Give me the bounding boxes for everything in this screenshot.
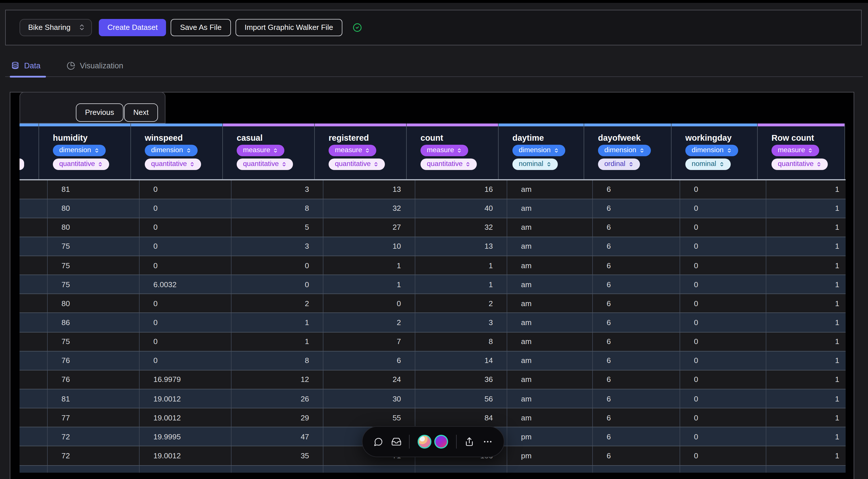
table-row: 7616.9979122436am601 [20,371,846,389]
clipped-semantic-pill [20,159,24,170]
dataset-select[interactable]: Bike Sharing [20,19,92,36]
table-cell: 0 [680,313,766,332]
table-cell [20,256,48,275]
tab-visualization[interactable]: Visualization [67,55,123,76]
table-cell: 0 [680,332,766,351]
inbox-icon[interactable] [391,437,401,447]
tab-data[interactable]: Data [11,55,40,76]
ellipsis-icon[interactable] [483,437,493,447]
chevron-up-down-icon [94,147,99,154]
table-cell: 0 [680,351,766,370]
create-dataset-button[interactable]: Create Dataset [99,19,166,36]
field-type-color-bar [672,123,757,126]
chevron-up-down-icon [365,147,370,154]
avatar[interactable] [417,435,431,449]
table-cell: am [507,389,593,408]
semantic-type-pill[interactable]: quantitative [53,159,110,170]
table-cell: 6 [593,408,680,427]
table-cell: 2 [231,294,323,313]
chat-icon[interactable] [373,437,383,447]
table-row: 800202am601 [20,294,846,313]
table-cell: 0 [680,218,766,236]
semantic-type-pill[interactable]: quantitative [421,159,477,170]
chevron-up-down-icon [719,161,724,168]
table-cell: 0 [680,371,766,389]
semantic-type-pill[interactable]: ordinal [598,159,640,170]
table-cell: 75 [48,332,140,351]
table-cell: 0 [140,180,231,198]
table-cell: 13 [323,180,415,198]
table-cell: 6 [593,199,680,217]
analytic-type-pill[interactable]: dimension [598,145,651,156]
table-cell: 1 [766,332,846,351]
semantic-type-pill[interactable]: quantitative [237,159,293,170]
semantic-type-pill[interactable]: nominal [685,159,731,170]
table-cell: 0 [680,408,766,427]
analytic-type-pill[interactable]: dimension [145,145,197,156]
table-cell: 29 [231,408,323,427]
table-cell: 6 [593,237,680,256]
table-cell: am [507,332,593,351]
table-cell: 6 [593,332,680,351]
table-row: 7719.0012295584am601 [20,408,846,427]
table-cell: 6 [593,256,680,275]
table-cell: 76 [48,371,140,389]
chevron-up-down-icon [546,161,551,168]
table-cell: 0 [680,427,766,446]
tab-data-label: Data [24,61,40,70]
table-cell: 6 [593,313,680,332]
save-as-file-button[interactable]: Save As File [171,19,231,36]
table-cell: 0 [140,256,231,275]
table-cell: 3 [231,237,323,256]
analytic-type-pill[interactable]: measure [237,145,285,156]
semantic-type-pill[interactable]: quantitative [329,159,385,170]
table-cell: am [507,218,593,236]
table-cell [323,466,415,472]
semantic-type-pill[interactable]: quantitative [145,159,202,170]
analytic-type-pill[interactable]: measure [772,145,819,156]
analytic-type-pill[interactable]: dimension [513,145,565,156]
table-row: 80083240am601 [20,199,846,218]
table-cell: 27 [323,218,415,236]
table-cell: 0 [140,351,231,370]
table-cell: am [507,237,593,256]
table-cell [20,294,48,313]
analytic-type-pill[interactable]: measure [421,145,468,156]
chevron-up-down-icon [628,161,633,168]
analytic-type-pill[interactable]: dimension [53,145,105,156]
analytic-type-pill[interactable]: dimension [685,145,738,156]
table-cell: 0 [140,199,231,217]
table-cell: am [507,294,593,313]
table-row: 756.0032011am601 [20,275,846,294]
table-cell: am [507,256,593,275]
field-type-color-bar [20,123,38,126]
semantic-type-pill[interactable]: nominal [513,159,558,170]
next-page-button[interactable]: Next [124,103,158,122]
previous-page-button[interactable]: Previous [76,103,123,122]
analytic-type-pill[interactable]: measure [329,145,377,156]
column-header-winspeed: winspeeddimensionquantitative [131,123,223,179]
table-cell: 1 [415,256,507,275]
table-cell [20,389,48,408]
column-header-registered: registeredmeasurequantitative [315,123,407,179]
pie-chart-icon [67,61,75,70]
column-header-count: countmeasurequantitative [407,123,499,179]
table-cell [593,466,680,472]
semantic-type-pill[interactable]: quantitative [772,159,828,170]
column-header-daytime: daytimedimensionnominal [499,123,584,179]
table-cell [20,313,48,332]
column-header-clipped [20,123,39,179]
table-cell: 76 [48,351,140,370]
table-cell: 1 [323,256,415,275]
table-cell [20,332,48,351]
avatar[interactable] [434,435,448,449]
table-cell: 55 [323,408,415,427]
table-cell: am [507,275,593,293]
import-graphic-walker-button[interactable]: Import Graphic Walker File [235,19,342,36]
table-cell: 0 [680,294,766,313]
table-cell: 1 [766,408,846,427]
share-icon[interactable] [464,437,475,447]
database-icon [11,61,20,70]
table-cell: am [507,313,593,332]
table-cell [48,466,140,472]
